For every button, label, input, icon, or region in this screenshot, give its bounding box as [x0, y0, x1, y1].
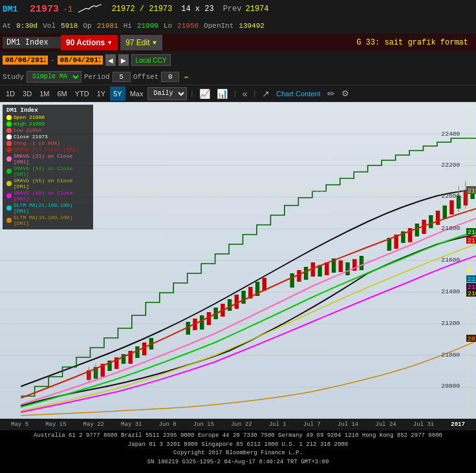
chart-area[interactable]: + 22400 22200 22000 21800 21600 21400 21…: [0, 102, 476, 419]
gear-icon[interactable]: ⚙: [339, 89, 352, 98]
date-to-input[interactable]: [58, 56, 103, 65]
sparkline-icon: [77, 3, 103, 15]
op-val: 21981: [97, 22, 118, 30]
x-label-1: May 5: [11, 421, 28, 428]
btn-1m[interactable]: 1M: [36, 87, 52, 101]
line-chart-icon[interactable]: 📈: [197, 87, 213, 101]
oi-val: 139492: [239, 22, 265, 30]
study-select[interactable]: Simple MA: [27, 71, 81, 83]
size: 14 x 23: [181, 5, 213, 14]
op-label: Op: [83, 22, 91, 30]
grafik-label: G 33: sait grafik format: [356, 38, 473, 47]
date-separator: -: [50, 56, 55, 64]
vol-label: Vol: [43, 22, 56, 30]
header-row2: At 8:30d Vol 5918 Op 21981 Hi 21999 Lo 2…: [0, 18, 476, 34]
x-label-10: Jul 14: [338, 421, 358, 428]
btn-ytd[interactable]: YTD: [72, 87, 92, 101]
svg-text:21200: 21200: [441, 320, 460, 327]
svg-rect-27: [235, 295, 239, 309]
x-label-12: Jul 31: [413, 421, 434, 428]
svg-text:21325: 21325: [468, 276, 476, 283]
x-label-9: Jul 7: [303, 421, 321, 428]
btn-6m[interactable]: 6M: [54, 87, 70, 101]
svg-text:21787: 21787: [468, 237, 476, 244]
svg-text:21005: 21005: [468, 290, 476, 297]
legend-ma21: SMAVG (21) on Close [DM1]: [6, 153, 89, 165]
date-from-input[interactable]: [3, 56, 48, 65]
svg-rect-26: [228, 299, 232, 311]
svg-rect-18: [142, 342, 146, 355]
svg-rect-42: [360, 256, 363, 270]
x-label-5: Jun 8: [159, 421, 177, 428]
actions-caret-icon: ▼: [107, 39, 113, 46]
svg-rect-34: [304, 267, 308, 280]
edit-button[interactable]: 97 Edit ▼: [120, 35, 162, 50]
legend-gltm34: GLTM MA(34,100,100) [DM1]: [6, 215, 89, 226]
x-label-year: 2017: [451, 421, 465, 428]
ccy-button[interactable]: Local CCY: [131, 54, 171, 66]
hi-val: 21999: [137, 22, 158, 30]
price-main: 21973: [30, 4, 59, 15]
svg-rect-40: [345, 262, 349, 275]
trend-icon[interactable]: ↗: [259, 87, 272, 101]
legend-ma5: SMAVG (5) Close [DM1]: [6, 147, 89, 152]
actions-button[interactable]: 90 Actions ▼: [61, 35, 118, 50]
footer: Australia 61 2 9777 8600 Brazil 5511 239…: [0, 430, 476, 468]
interval-select[interactable]: Daily: [147, 87, 187, 100]
chart-legend: DM1 Index Open 21980 High 21999 Low 2195…: [3, 105, 93, 229]
svg-rect-23: [207, 312, 211, 325]
at-val: 8:30d: [16, 22, 38, 30]
svg-rect-51: [443, 205, 447, 218]
btn-5y[interactable]: 5Y: [110, 87, 125, 101]
chart-content-button[interactable]: Chart Content: [274, 89, 323, 99]
legend-high: High 21999: [6, 121, 89, 127]
svg-text:21800: 21800: [441, 225, 460, 232]
legend-gltm21: GLTM MA(21,100,100) [DM1]: [6, 202, 89, 214]
legend-ma55: SMAVG (55) on Close [DM1]: [6, 178, 89, 189]
sep1: |: [189, 90, 194, 98]
offset-input[interactable]: [161, 72, 179, 82]
hi-label: Hi: [124, 22, 132, 30]
footer-line3: Copyright 2017 Bloomberg Finance L.P.: [3, 449, 473, 458]
svg-rect-33: [297, 270, 301, 282]
svg-rect-17: [135, 346, 139, 358]
pencil-icon[interactable]: ✏: [184, 72, 189, 81]
svg-text:21600: 21600: [441, 257, 460, 264]
btn-1y[interactable]: 1Y: [94, 87, 109, 101]
index-label: DM1 Index: [3, 37, 61, 48]
x-label-6: Jun 15: [193, 421, 214, 428]
double-arrow-icon[interactable]: «: [240, 87, 250, 101]
x-label-7: Jun 22: [231, 421, 252, 428]
prev-label: Prev: [223, 5, 242, 14]
x-label-8: Jul 1: [269, 421, 287, 428]
svg-rect-52: [449, 200, 453, 215]
svg-text:21973: 21973: [468, 187, 476, 194]
edit-chart-icon[interactable]: ✏: [325, 87, 338, 101]
bar-chart-icon[interactable]: 📊: [214, 87, 230, 101]
legend-ma34: SMAVG (34) on Close [DM1]: [6, 165, 89, 177]
btn-1d[interactable]: 1D: [3, 87, 18, 101]
date-next-button[interactable]: ▶: [118, 54, 129, 66]
at-label: At: [3, 22, 11, 30]
study-bar: Study Simple MA Period Offset ✏: [0, 68, 476, 85]
btn-max[interactable]: Max: [127, 87, 147, 101]
svg-text:20761: 20761: [468, 335, 476, 342]
header-row1: DM1 21973 -1 21972 / 21973 14 x 23 Prev …: [0, 0, 476, 18]
period-input[interactable]: [113, 72, 131, 82]
period-label: Period: [84, 73, 110, 81]
svg-rect-22: [200, 315, 204, 330]
offset-label: Offset: [133, 73, 159, 81]
lo-val: 21956: [177, 22, 199, 30]
x-label-11: Jul 24: [375, 421, 396, 428]
footer-line4: SN 106219 G325-1295-2 04-Aug-17 8:40:24 …: [3, 458, 473, 467]
footer-line1: Australia 61 2 9777 8600 Brazil 5511 239…: [3, 432, 473, 441]
x-label-2: May 15: [45, 421, 66, 428]
btn-3d[interactable]: 3D: [19, 87, 35, 101]
legend-ma89: SMAVG (89) on Close [DM1]: [6, 190, 89, 202]
toolbar: 1D 3D 1M 6M YTD 1Y 5Y Max Daily | 📈 📊 | …: [0, 85, 476, 102]
study-label: Study: [3, 73, 24, 81]
edit-caret-icon: ▼: [152, 39, 158, 46]
legend-change: Chng -1 (0.00%): [6, 140, 89, 146]
legend-low: Low 21956: [6, 127, 89, 133]
date-prev-button[interactable]: ◀: [105, 54, 116, 66]
